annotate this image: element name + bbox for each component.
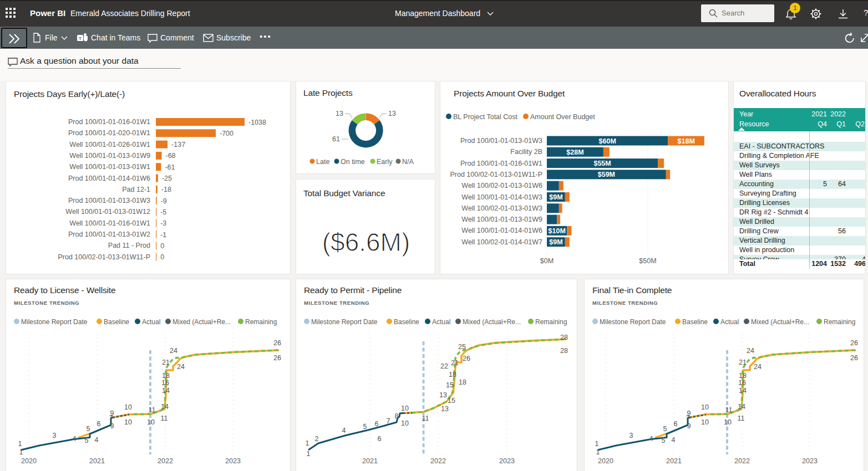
svg-text:26: 26 bbox=[850, 354, 858, 362]
svg-text:26: 26 bbox=[273, 354, 281, 362]
svg-text:Milestone Report Date: Milestone Report Date bbox=[21, 318, 88, 326]
svg-text:5: 5 bbox=[363, 423, 367, 431]
svg-text:-3: -3 bbox=[160, 219, 166, 227]
svg-text:15: 15 bbox=[446, 381, 454, 389]
svg-text:Milestone Report Date: Milestone Report Date bbox=[311, 318, 378, 326]
svg-text:24: 24 bbox=[754, 363, 762, 371]
svg-text:8: 8 bbox=[395, 412, 399, 420]
svg-text:$9M: $9M bbox=[549, 238, 562, 246]
svg-text:18: 18 bbox=[449, 371, 456, 378]
svg-text:11: 11 bbox=[422, 414, 429, 422]
svg-text:16: 16 bbox=[161, 379, 169, 387]
svg-text:Well 100/01-01-014-01W6: Well 100/01-01-014-01W6 bbox=[461, 227, 542, 234]
svg-text:Well 100/01-01-013-01W1: Well 100/01-01-013-01W1 bbox=[69, 163, 150, 171]
svg-text:1: 1 bbox=[596, 448, 600, 456]
svg-text:Well 100/01-01-013-01W12: Well 100/01-01-013-01W12 bbox=[65, 208, 150, 216]
svg-text:-9: -9 bbox=[161, 197, 167, 205]
svg-text:-68: -68 bbox=[166, 152, 176, 160]
svg-text:-700: -700 bbox=[220, 130, 234, 137]
svg-text:11: 11 bbox=[725, 406, 733, 414]
svg-text:2020: 2020 bbox=[598, 457, 613, 465]
svg-text:2021: 2021 bbox=[89, 457, 105, 465]
svg-text:2: 2 bbox=[315, 435, 319, 443]
svg-text:Well 100/02-01-013-01W6: Well 100/02-01-013-01W6 bbox=[461, 182, 542, 190]
svg-text:Baseline: Baseline bbox=[104, 318, 129, 326]
svg-text:Well 100/01-01-013-01W9: Well 100/01-01-013-01W9 bbox=[461, 216, 542, 223]
svg-text:Mixed (Actual+Re...: Mixed (Actual+Re... bbox=[172, 318, 231, 326]
svg-text:28: 28 bbox=[560, 334, 568, 341]
svg-text:14: 14 bbox=[738, 403, 745, 411]
svg-text:3: 3 bbox=[53, 432, 57, 439]
svg-text:6: 6 bbox=[378, 435, 382, 443]
svg-text:Prod 100/02-01-013-01W11-P: Prod 100/02-01-013-01W11-P bbox=[58, 253, 150, 261]
svg-text:Well 100/01-01-026-01W1: Well 100/01-01-026-01W1 bbox=[69, 141, 150, 149]
svg-text:Prod 100/01-01-013-01W3: Prod 100/01-01-013-01W3 bbox=[460, 137, 542, 145]
svg-text:Remaining: Remaining bbox=[245, 318, 277, 326]
svg-text:5: 5 bbox=[663, 425, 667, 433]
svg-text:-18: -18 bbox=[161, 186, 171, 193]
svg-text:10: 10 bbox=[124, 418, 132, 426]
svg-text:$18M: $18M bbox=[678, 137, 695, 145]
svg-text:$55M: $55M bbox=[593, 160, 611, 167]
svg-text:6: 6 bbox=[375, 420, 379, 428]
svg-text:13: 13 bbox=[336, 110, 343, 117]
svg-text:14: 14 bbox=[739, 387, 747, 395]
svg-text:10: 10 bbox=[401, 419, 409, 427]
svg-text:Milestone Report Date: Milestone Report Date bbox=[600, 318, 666, 326]
svg-text:10: 10 bbox=[701, 403, 709, 411]
svg-text:61: 61 bbox=[332, 135, 340, 143]
svg-text:10: 10 bbox=[401, 405, 409, 412]
svg-text:24: 24 bbox=[747, 347, 754, 355]
svg-text:18: 18 bbox=[739, 372, 747, 380]
svg-text:10: 10 bbox=[724, 418, 732, 426]
svg-text:Well 100/01-01-014-01W3: Well 100/01-01-014-01W3 bbox=[461, 193, 542, 201]
svg-text:10: 10 bbox=[124, 403, 132, 411]
svg-text:24: 24 bbox=[177, 363, 185, 371]
svg-text:-25: -25 bbox=[162, 175, 172, 182]
svg-text:T: T bbox=[79, 36, 82, 41]
svg-text:2023: 2023 bbox=[499, 457, 515, 465]
svg-text:2022: 2022 bbox=[734, 457, 750, 465]
svg-text:1: 1 bbox=[18, 440, 22, 448]
svg-text:7: 7 bbox=[387, 417, 390, 425]
svg-text:22: 22 bbox=[440, 362, 448, 370]
svg-text:9: 9 bbox=[110, 409, 114, 417]
svg-text:4: 4 bbox=[649, 435, 653, 443]
svg-text:N/A: N/A bbox=[402, 158, 414, 166]
svg-text:21: 21 bbox=[162, 359, 170, 366]
svg-text:4: 4 bbox=[73, 435, 77, 443]
svg-text:2021: 2021 bbox=[666, 457, 682, 465]
svg-text:11: 11 bbox=[161, 414, 168, 422]
svg-text:4: 4 bbox=[672, 436, 676, 444]
svg-text:$9M: $9M bbox=[549, 193, 562, 201]
svg-text:Prod 100/02-01-013-01W11-P: Prod 100/02-01-013-01W11-P bbox=[450, 171, 542, 178]
svg-text:1: 1 bbox=[595, 440, 599, 448]
svg-text:$28M: $28M bbox=[566, 149, 583, 156]
svg-text:1: 1 bbox=[307, 450, 311, 458]
svg-text:Baseline: Baseline bbox=[682, 318, 708, 326]
svg-text:BL Project Total Cost: BL Project Total Cost bbox=[453, 113, 518, 121]
svg-text:Actual: Actual bbox=[142, 318, 160, 326]
svg-text:Actual: Actual bbox=[432, 318, 450, 326]
svg-text:16: 16 bbox=[738, 379, 746, 387]
svg-text:-137: -137 bbox=[171, 141, 185, 149]
svg-text:Pad 12-1: Pad 12-1 bbox=[122, 186, 150, 193]
svg-text:2020: 2020 bbox=[21, 457, 37, 465]
svg-text:25: 25 bbox=[458, 343, 466, 351]
svg-text:Facility 2B: Facility 2B bbox=[510, 148, 542, 156]
svg-text:Well 100/01-01-016-01W1: Well 100/01-01-016-01W1 bbox=[69, 219, 150, 227]
svg-text:-1: -1 bbox=[160, 231, 166, 239]
svg-text:Well 100/02-01-013-01W3: Well 100/02-01-013-01W3 bbox=[461, 204, 542, 212]
svg-text:11: 11 bbox=[738, 414, 745, 422]
svg-text:Remaining: Remaining bbox=[535, 318, 567, 326]
svg-text:1: 1 bbox=[306, 439, 309, 447]
svg-text:$50M: $50M bbox=[639, 257, 656, 265]
svg-text:$10M: $10M bbox=[549, 227, 566, 235]
svg-text:-61: -61 bbox=[165, 163, 175, 171]
svg-text:2022: 2022 bbox=[158, 457, 173, 465]
svg-text:0: 0 bbox=[160, 242, 164, 250]
svg-text:13: 13 bbox=[439, 391, 447, 399]
svg-text:4: 4 bbox=[95, 436, 99, 444]
svg-text:$59M: $59M bbox=[598, 171, 615, 178]
svg-text:18: 18 bbox=[162, 372, 170, 380]
